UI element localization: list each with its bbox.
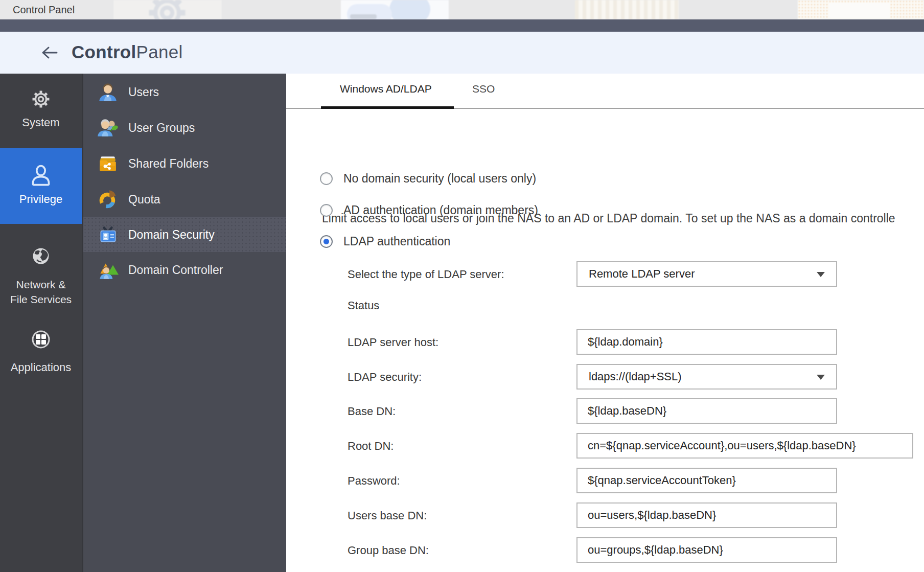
sidebar-item-system[interactable]: System [0, 74, 82, 148]
desktop-top-strip: Control Panel [0, 0, 924, 19]
control-panel-header: ControlPanel [0, 32, 924, 74]
sidebar-item-label: Applications [0, 361, 82, 374]
user-icon [27, 162, 55, 189]
quota-icon [97, 189, 119, 210]
root-dn-field-box [576, 433, 913, 459]
radio-ldap-authentication[interactable]: LDAP authentication [320, 234, 450, 248]
sidebar-item-applications[interactable]: Applications [0, 307, 82, 383]
sidebar-item-privilege[interactable]: Privilege [0, 148, 82, 224]
sidebar-item-label: Network & File Services [0, 277, 82, 307]
sidebar-item-label: Quota [128, 192, 160, 206]
sidebar-item-label: System [0, 116, 82, 129]
field-label-base-dn: Base DN: [348, 405, 396, 418]
sidebar-item-users[interactable]: Users [83, 74, 288, 109]
radio-no-domain-security[interactable]: No domain security (local users only) [320, 171, 536, 186]
domain-controller-icon [97, 259, 119, 281]
sidebar-item-label: Shared Folders [128, 156, 209, 170]
field-label-ldap-server-host: LDAP server host: [348, 336, 438, 349]
ldap-server-host-input[interactable] [578, 330, 836, 354]
selected-value: Remote LDAP server [578, 267, 695, 281]
base-dn-input[interactable] [578, 399, 836, 423]
sidebar-item-label: Users [128, 85, 159, 99]
sidebar-item-domain-security[interactable]: Domain Security [83, 217, 288, 252]
page-title-light: Panel [136, 42, 183, 62]
main-content: Windows AD/LDAP SSO Limit access to loca… [286, 74, 924, 572]
radio-circle-icon[interactable] [320, 204, 333, 217]
sidebar-item-network-file-services[interactable]: Network & File Services [0, 224, 82, 307]
sidebar-item-quota[interactable]: Quota [83, 181, 288, 217]
radio-circle-icon[interactable] [320, 172, 333, 185]
desktop-icon-cloud[interactable] [341, 0, 449, 19]
globe-icon [28, 243, 54, 269]
secondary-sidebar: Users User Groups Shared Folde [82, 74, 286, 572]
desktop-icon-people[interactable] [575, 0, 679, 19]
password-field-box [576, 468, 837, 493]
field-label-ldap-server-type: Select the type of LDAP server: [348, 268, 504, 281]
field-label-ldap-security: LDAP security: [348, 371, 422, 384]
ldap-server-type-select[interactable]: Remote LDAP server [576, 261, 837, 287]
chevron-down-icon [817, 272, 825, 277]
domain-security-icon [97, 224, 119, 245]
radio-label: No domain security (local users only) [343, 172, 536, 186]
field-label-root-dn: Root DN: [348, 440, 394, 453]
faded-gear-icon [139, 0, 195, 19]
gear-icon [28, 86, 54, 112]
desktop-icon-gear[interactable] [113, 0, 222, 19]
sidebar-item-label: Privilege [0, 193, 82, 206]
users-icon [97, 81, 119, 103]
selected-value: ldaps://(ldap+SSL) [578, 370, 682, 383]
back-arrow-icon[interactable] [40, 45, 58, 60]
tab-sso[interactable]: SSO [472, 83, 495, 95]
tab-bar: Windows AD/LDAP SSO [286, 74, 924, 109]
taskbar-active-app-label[interactable]: Control Panel [13, 4, 75, 16]
root-dn-input[interactable] [578, 434, 912, 457]
sidebar-item-domain-controller[interactable]: Domain Controller [83, 252, 288, 287]
label-line-2: File Services [0, 292, 82, 307]
label-line-1: Network & [0, 277, 82, 292]
page-title: ControlPanel [72, 42, 183, 62]
window-top-bar [0, 19, 924, 32]
radio-ad-authentication[interactable]: AD authentication (domain members) [320, 203, 538, 217]
password-input[interactable] [578, 469, 836, 492]
tab-windows-ad-ldap[interactable]: Windows AD/LDAP [340, 83, 432, 95]
radio-circle-selected-icon[interactable] [320, 235, 333, 248]
field-label-group-base-dn: Group base DN: [348, 544, 429, 557]
field-label-status: Status [348, 299, 379, 312]
radio-label: AD authentication (domain members) [343, 203, 538, 217]
group-base-dn-field-box [576, 537, 837, 563]
shared-folders-icon [97, 153, 119, 174]
user-groups-icon [97, 117, 119, 139]
field-label-password: Password: [348, 474, 400, 488]
app-grid-icon [28, 326, 54, 353]
primary-sidebar: System Privilege Network & File Services [0, 74, 82, 572]
ldap-security-select[interactable]: ldaps://(ldap+SSL) [576, 364, 837, 390]
ldap-server-host-field-box [576, 329, 837, 355]
folder-blank-shape [829, 3, 890, 18]
cloud-ball-shape [389, 0, 430, 19]
sidebar-item-label: Domain Security [128, 227, 215, 241]
users-base-dn-input[interactable] [578, 504, 836, 527]
radio-label: LDAP authentication [343, 235, 450, 248]
group-base-dn-input[interactable] [578, 538, 836, 562]
chevron-down-icon [817, 375, 825, 380]
sidebar-item-shared-folders[interactable]: Shared Folders [83, 146, 288, 181]
cloud-bar-shape [350, 14, 377, 19]
field-label-users-base-dn: Users base DN: [348, 509, 427, 522]
sidebar-item-label: Domain Controller [128, 263, 223, 277]
desktop-icon-folder[interactable] [798, 0, 924, 19]
users-base-dn-field-box [576, 502, 837, 528]
active-tab-underline [321, 106, 454, 109]
sidebar-item-user-groups[interactable]: User Groups [83, 110, 288, 145]
base-dn-field-box [576, 398, 837, 424]
page-title-bold: Control [72, 42, 136, 62]
sidebar-item-label: User Groups [128, 121, 195, 134]
